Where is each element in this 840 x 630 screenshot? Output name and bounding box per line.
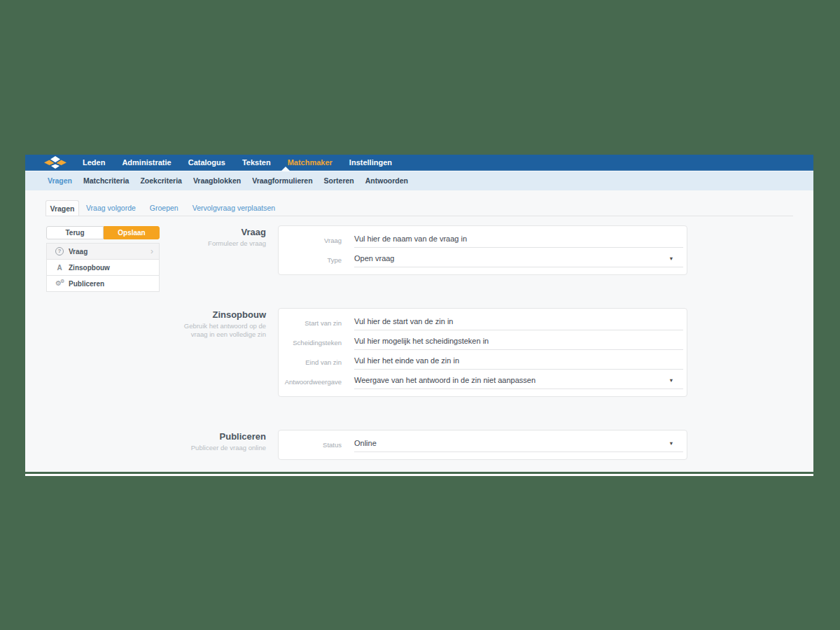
tab-divider [46,216,793,216]
section-subtitle: Gebruik het antwoord op de vraag in een … [182,322,266,340]
field-label: Scheidingsteken [279,337,342,346]
field-status[interactable]: Online▾ [354,439,683,452]
section-publiceren: Publiceren Publiceer de vraag online Sta… [25,430,813,460]
diamond-logo-icon [43,156,67,169]
field-label: Type [279,254,342,264]
field-vraag[interactable]: Vul hier de naam van de vraag in [354,234,683,248]
subnav-item-vragen[interactable]: Vragen [42,172,78,190]
subnav-item-antwoorden[interactable]: Antwoorden [360,172,414,190]
form-row: Start van zin Vul hier de start van de z… [279,317,683,330]
section-card: Start van zin Vul hier de start van de z… [278,308,687,397]
field-eind-van-zin[interactable]: Vul hier het einde van de zin in [354,356,683,370]
subnav-item-sorteren[interactable]: Sorteren [318,172,360,190]
subnav-item-matchcriteria[interactable]: Matchcriteria [78,172,134,190]
nav-item-catalogus[interactable]: Catalogus [180,155,234,171]
field-antwoordweergave[interactable]: Weergave van het antwoord in de zin niet… [354,376,683,389]
section-title: Zinsopbouw [182,309,266,320]
dropdown-caret-icon: ▾ [670,377,673,384]
window-bottom-strip [25,474,813,476]
section-title: Vraag [182,227,266,237]
field-value: Open vraag [354,254,394,262]
section-header: Publiceren Publiceer de vraag online [25,430,266,460]
nav-item-administratie[interactable]: Administratie [113,155,179,171]
field-label: Start van zin [279,317,342,327]
tab-bar: Vragen Vraag volgorde Groepen Vervolgvra… [46,200,282,216]
nav-item-instellingen[interactable]: Instellingen [341,155,400,171]
nav-item-teksten[interactable]: Teksten [234,155,279,171]
tab-vragen[interactable]: Vragen [46,200,79,216]
section-card: Vraag Vul hier de naam van de vraag in T… [278,225,687,275]
form-row: Type Open vraag▾ [279,254,683,267]
nav-item-leden[interactable]: Leden [74,155,113,171]
top-navbar: Leden Administratie Catalogus Teksten Ma… [25,155,813,171]
dropdown-caret-icon: ▾ [670,255,673,262]
field-label: Antwoordweergave [279,376,342,386]
field-value: Weergave van het antwoord in de zin niet… [354,376,536,384]
field-label: Vraag [279,234,342,244]
form-row: Eind van zin Vul hier het einde van de z… [279,356,683,370]
section-subtitle: Publiceer de vraag online [182,444,266,452]
section-header: Vraag Formuleer de vraag [25,225,266,275]
field-type[interactable]: Open vraag▾ [354,254,683,267]
field-label: Status [279,439,342,449]
section-header: Zinsopbouw Gebruik het antwoord op de vr… [25,308,266,397]
app-window: Leden Administratie Catalogus Teksten Ma… [25,155,813,472]
field-label: Eind van zin [279,356,342,366]
brand-logo[interactable] [43,156,67,169]
tab-vraag-volgorde[interactable]: Vraag volgorde [79,200,143,216]
desktop-background: Leden Administratie Catalogus Teksten Ma… [0,0,840,630]
form-area: Vraag Formuleer de vraag Vraag Vul hier … [25,225,813,472]
field-start-van-zin[interactable]: Vul hier de start van de zin in [354,317,683,330]
form-row: Antwoordweergave Weergave van het antwoo… [279,376,683,389]
active-menu-pointer-icon [281,167,290,172]
sub-navbar: Vragen Matchcriteria Zoekcriteria Vraagb… [25,172,813,190]
tab-groepen[interactable]: Groepen [143,200,186,216]
dropdown-caret-icon: ▾ [670,440,673,447]
field-scheidingsteken[interactable]: Vul hier mogelijk het scheidingsteken in [354,337,683,350]
tab-vervolgvraag-verplaatsen[interactable]: Vervolgvraag verplaatsen [186,200,283,216]
subnav-item-zoekcriteria[interactable]: Zoekcriteria [134,172,188,190]
field-value: Online [354,439,377,447]
subnav-item-vraagformulieren[interactable]: Vraagformulieren [246,172,318,190]
section-zinsopbouw: Zinsopbouw Gebruik het antwoord op de vr… [25,308,813,397]
form-row: Status Online▾ [279,439,683,452]
subnav-item-vraagblokken[interactable]: Vraagblokken [188,172,246,190]
section-vraag: Vraag Formuleer de vraag Vraag Vul hier … [25,225,813,275]
form-row: Scheidingsteken Vul hier mogelijk het sc… [279,337,683,350]
section-card: Status Online▾ [278,430,687,460]
form-row: Vraag Vul hier de naam van de vraag in [279,234,683,248]
section-title: Publiceren [182,431,266,442]
section-subtitle: Formuleer de vraag [182,239,266,248]
